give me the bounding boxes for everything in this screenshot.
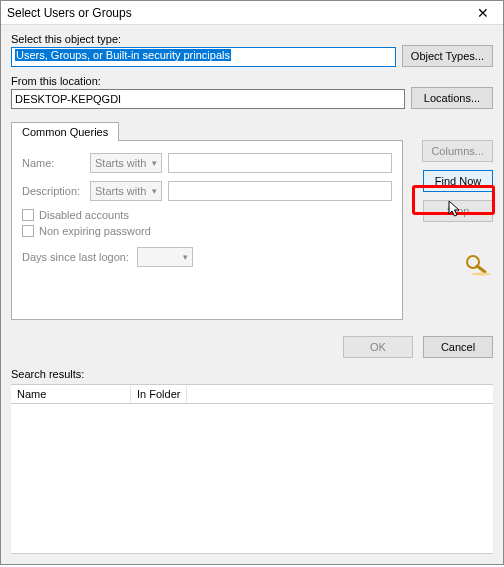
non-expiring-row[interactable]: Non expiring password bbox=[22, 225, 392, 237]
svg-line-1 bbox=[477, 266, 485, 272]
object-type-label: Select this object type: bbox=[11, 33, 396, 45]
tabstrip: Common Queries bbox=[11, 121, 493, 140]
side-buttons: Columns... Find Now Stop bbox=[411, 140, 493, 320]
non-expiring-label: Non expiring password bbox=[39, 225, 151, 237]
description-mode-combo[interactable]: Starts with ▾ bbox=[90, 181, 162, 201]
name-mode-combo[interactable]: Starts with ▾ bbox=[90, 153, 162, 173]
location-label: From this location: bbox=[11, 75, 405, 87]
location-row: From this location: Locations... bbox=[11, 75, 493, 109]
common-queries-panel: Name: Starts with ▾ Description: Starts … bbox=[11, 140, 403, 320]
name-input[interactable] bbox=[168, 153, 392, 173]
window-title: Select Users or Groups bbox=[7, 6, 132, 20]
chevron-down-icon: ▾ bbox=[152, 186, 157, 196]
search-results-label: Search results: bbox=[11, 368, 493, 380]
dialog-window: Select Users or Groups ✕ Select this obj… bbox=[0, 0, 504, 565]
find-now-button[interactable]: Find Now bbox=[423, 170, 493, 192]
results-header: Name In Folder bbox=[11, 384, 493, 404]
object-type-field[interactable]: Users, Groups, or Built-in security prin… bbox=[11, 47, 396, 67]
svg-point-2 bbox=[471, 273, 491, 276]
dialog-content: Select this object type: Users, Groups, … bbox=[1, 25, 503, 564]
tab-common-queries[interactable]: Common Queries bbox=[11, 122, 119, 141]
logon-row: Days since last logon: ▾ bbox=[22, 247, 392, 267]
bottom-buttons: OK Cancel bbox=[11, 336, 493, 358]
search-animation-icon bbox=[461, 252, 493, 278]
logon-combo[interactable]: ▾ bbox=[137, 247, 193, 267]
name-row: Name: Starts with ▾ bbox=[22, 153, 392, 173]
columns-button[interactable]: Columns... bbox=[422, 140, 493, 162]
location-field[interactable] bbox=[11, 89, 405, 109]
description-input[interactable] bbox=[168, 181, 392, 201]
column-in-folder[interactable]: In Folder bbox=[131, 386, 187, 402]
chevron-down-icon: ▾ bbox=[183, 252, 188, 262]
ok-button[interactable]: OK bbox=[343, 336, 413, 358]
non-expiring-checkbox[interactable] bbox=[22, 225, 34, 237]
column-name[interactable]: Name bbox=[11, 386, 131, 402]
object-type-value: Users, Groups, or Built-in security prin… bbox=[15, 49, 231, 61]
close-icon[interactable]: ✕ bbox=[463, 1, 503, 25]
disabled-accounts-label: Disabled accounts bbox=[39, 209, 129, 221]
titlebar: Select Users or Groups ✕ bbox=[1, 1, 503, 25]
chevron-down-icon: ▾ bbox=[152, 158, 157, 168]
object-types-button[interactable]: Object Types... bbox=[402, 45, 493, 67]
panel-row: Name: Starts with ▾ Description: Starts … bbox=[11, 140, 493, 320]
disabled-accounts-checkbox[interactable] bbox=[22, 209, 34, 221]
name-mode-value: Starts with bbox=[95, 157, 146, 169]
locations-button[interactable]: Locations... bbox=[411, 87, 493, 109]
description-mode-value: Starts with bbox=[95, 185, 146, 197]
logon-label: Days since last logon: bbox=[22, 251, 129, 263]
description-label: Description: bbox=[22, 185, 84, 197]
stop-button[interactable]: Stop bbox=[423, 200, 493, 222]
cancel-button[interactable]: Cancel bbox=[423, 336, 493, 358]
disabled-accounts-row[interactable]: Disabled accounts bbox=[22, 209, 392, 221]
object-type-row: Select this object type: Users, Groups, … bbox=[11, 33, 493, 67]
description-row: Description: Starts with ▾ bbox=[22, 181, 392, 201]
name-label: Name: bbox=[22, 157, 84, 169]
results-list[interactable] bbox=[11, 404, 493, 554]
